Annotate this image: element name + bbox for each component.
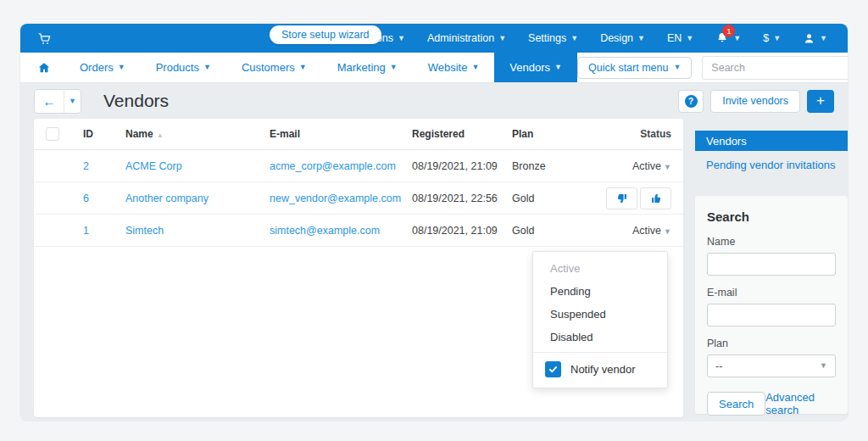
quick-start-menu-button[interactable]: Quick start menu ▼ bbox=[577, 57, 692, 79]
vendor-email-link[interactable]: new_vendor@example.com bbox=[270, 193, 401, 204]
chevron-down-icon: ▼ bbox=[686, 35, 693, 42]
nav-products-label: Products bbox=[156, 61, 199, 74]
chevron-down-icon: ▼ bbox=[299, 64, 307, 71]
nav-orders[interactable]: Orders ▼ bbox=[64, 53, 141, 82]
col-header-name[interactable]: Name▲ bbox=[125, 128, 270, 140]
vendor-plan: Bronze bbox=[512, 160, 590, 172]
notify-vendor-option[interactable]: Notify vendor bbox=[533, 353, 667, 388]
sort-asc-icon: ▲ bbox=[157, 131, 164, 139]
vendor-name-link[interactable]: ACME Corp bbox=[125, 160, 182, 172]
search-panel-title: Search bbox=[707, 209, 836, 224]
vendor-email-link[interactable]: simtech@example.com bbox=[270, 225, 380, 237]
chevron-down-icon: ▼ bbox=[554, 64, 562, 71]
notifications-menu[interactable]: 1 ▼ bbox=[715, 31, 741, 45]
status-dropdown-trigger[interactable]: Active▼ bbox=[632, 160, 671, 172]
email-field-label: E-mail bbox=[707, 287, 836, 299]
chevron-down-icon: ▼ bbox=[773, 35, 781, 42]
chevron-down-icon: ▼ bbox=[664, 227, 671, 236]
chevron-down-icon: ▼ bbox=[733, 35, 741, 42]
vendor-id-link[interactable]: 1 bbox=[83, 225, 89, 237]
help-button[interactable]: ? bbox=[678, 90, 704, 113]
menu-language-label: EN bbox=[667, 32, 682, 44]
page-title: Vendors bbox=[103, 91, 169, 111]
table-row: 2 ACME Corp acme_corp@example.com 08/19/… bbox=[34, 150, 683, 182]
status-option-pending[interactable]: Pending bbox=[533, 280, 667, 303]
cart-icon[interactable] bbox=[37, 31, 52, 46]
chevron-down-icon: ▼ bbox=[398, 35, 405, 42]
menu-administration[interactable]: Administration ▼ bbox=[427, 32, 506, 44]
topbar-menus: Add-ons ▼ Administration ▼ Settings ▼ De… bbox=[353, 31, 848, 45]
approval-buttons bbox=[590, 187, 671, 209]
vendor-email-link[interactable]: acme_corp@example.com bbox=[270, 160, 396, 172]
name-field[interactable] bbox=[707, 253, 836, 276]
thumbs-down-icon bbox=[616, 193, 628, 204]
col-header-email[interactable]: E-mail bbox=[270, 128, 412, 140]
invite-vendors-button[interactable]: Invite vendors bbox=[710, 90, 800, 113]
col-header-status[interactable]: Status bbox=[590, 128, 671, 140]
nav-customers[interactable]: Customers ▼ bbox=[226, 53, 322, 82]
vendor-name-link[interactable]: Another company bbox=[125, 193, 209, 204]
chevron-down-icon: ▼ bbox=[820, 35, 827, 42]
home-button[interactable] bbox=[20, 53, 64, 82]
email-field[interactable] bbox=[707, 304, 836, 327]
store-setup-wizard-button[interactable]: Store setup wizard bbox=[270, 25, 381, 44]
global-search-input[interactable] bbox=[703, 62, 848, 74]
select-all-checkbox[interactable] bbox=[46, 127, 59, 141]
col-header-id[interactable]: ID bbox=[83, 128, 125, 140]
plan-select[interactable]: -- ▼ bbox=[707, 354, 836, 377]
chevron-down-icon: ▼ bbox=[570, 35, 578, 42]
chevron-down-icon: ▼ bbox=[673, 64, 681, 71]
page-header: ← ▼ Vendors ? Invite vendors + bbox=[20, 83, 848, 119]
sidebar: Vendors Pending vendor invitations Searc… bbox=[695, 131, 848, 414]
vendor-id-link[interactable]: 6 bbox=[83, 193, 89, 204]
nav-marketing[interactable]: Marketing ▼ bbox=[322, 53, 413, 82]
approve-vendor-button[interactable] bbox=[640, 187, 671, 209]
status-label: Active bbox=[632, 225, 661, 237]
status-option-suspended[interactable]: Suspended bbox=[533, 303, 667, 326]
status-option-disabled[interactable]: Disabled bbox=[533, 326, 667, 349]
nav-products[interactable]: Products ▼ bbox=[141, 53, 226, 82]
vendor-plan: Gold bbox=[512, 193, 590, 204]
chevron-down-icon: ▼ bbox=[498, 35, 506, 42]
search-panel: Search Name E-mail Plan -- ▼ Search Adva… bbox=[695, 196, 848, 414]
topbar: Store setup wizard Add-ons ▼ Administrat… bbox=[20, 24, 848, 53]
sidebar-item-pending-invitations[interactable]: Pending vendor invitations bbox=[695, 151, 848, 171]
col-header-registered[interactable]: Registered bbox=[412, 128, 512, 140]
back-button[interactable]: ← bbox=[35, 90, 64, 113]
notify-vendor-checkbox[interactable] bbox=[545, 361, 561, 377]
add-vendor-button[interactable]: + bbox=[807, 90, 834, 113]
decline-vendor-button[interactable] bbox=[606, 187, 637, 209]
chevron-down-icon: ▼ bbox=[820, 362, 827, 370]
menu-settings[interactable]: Settings ▼ bbox=[528, 32, 578, 44]
vendor-registered: 08/19/2021, 21:09 bbox=[412, 225, 512, 237]
chevron-down-icon: ▼ bbox=[203, 64, 211, 71]
user-menu[interactable]: ▼ bbox=[803, 32, 827, 45]
vendor-name-link[interactable]: Simtech bbox=[125, 225, 164, 237]
nav-vendors-label: Vendors bbox=[509, 61, 550, 74]
plan-select-value: -- bbox=[715, 360, 722, 372]
chevron-down-icon: ▼ bbox=[664, 163, 671, 171]
status-dropdown-trigger[interactable]: Active▼ bbox=[632, 225, 671, 237]
vendor-plan: Gold bbox=[512, 225, 590, 237]
back-button-group: ← ▼ bbox=[34, 89, 81, 114]
chevron-down-icon: ▼ bbox=[118, 64, 125, 71]
back-dropdown-button[interactable]: ▼ bbox=[64, 90, 81, 113]
navbar-right: Quick start menu ▼ bbox=[577, 53, 848, 82]
vendors-table: ID Name▲ E-mail Registered Plan Status 2… bbox=[34, 119, 683, 247]
col-header-plan[interactable]: Plan bbox=[512, 128, 590, 140]
global-search bbox=[702, 56, 848, 80]
vendor-id-link[interactable]: 2 bbox=[83, 160, 89, 172]
user-icon bbox=[803, 32, 815, 45]
search-panel-actions: Search Advanced search bbox=[707, 391, 836, 416]
advanced-search-link[interactable]: Advanced search bbox=[765, 391, 836, 416]
sidebar-item-vendors[interactable]: Vendors bbox=[695, 131, 848, 151]
nav-website[interactable]: Website ▼ bbox=[413, 53, 495, 82]
table-row: 1 Simtech simtech@example.com 08/19/2021… bbox=[34, 215, 683, 247]
nav-vendors[interactable]: Vendors ▼ bbox=[494, 53, 577, 82]
arrow-left-icon: ← bbox=[43, 94, 56, 109]
search-submit-button[interactable]: Search bbox=[707, 392, 765, 416]
menu-design-label: Design bbox=[600, 32, 633, 44]
currency-menu[interactable]: $ ▼ bbox=[763, 32, 781, 44]
menu-design[interactable]: Design ▼ bbox=[600, 32, 645, 44]
menu-language[interactable]: EN ▼ bbox=[667, 32, 693, 44]
